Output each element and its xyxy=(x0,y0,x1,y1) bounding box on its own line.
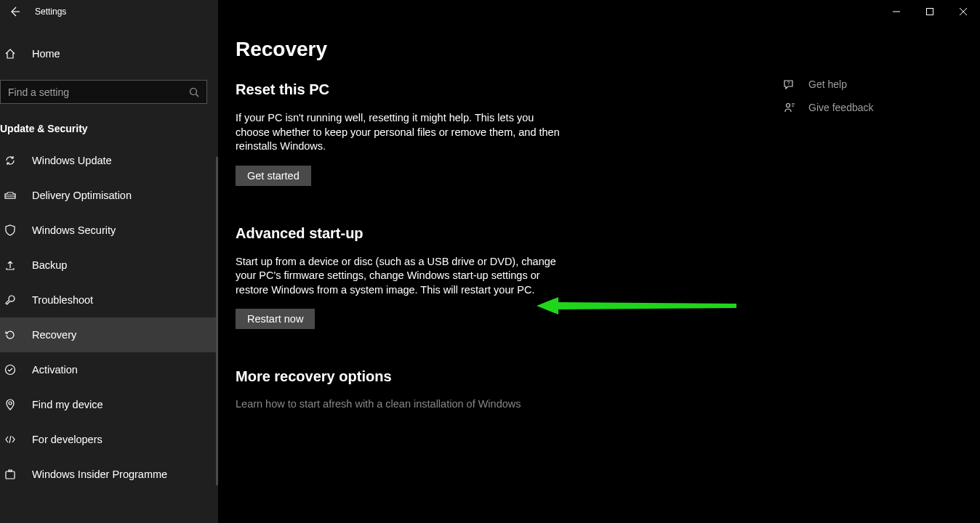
home-nav[interactable]: Home xyxy=(0,38,218,70)
svg-rect-0 xyxy=(927,9,933,15)
sync-icon xyxy=(3,155,17,166)
get-help-link[interactable]: ? Get help xyxy=(784,73,951,96)
sidebar-item-find-my-device[interactable]: Find my device xyxy=(0,387,218,422)
sidebar-item-label: Windows Insider Programme xyxy=(32,469,167,480)
shield-icon xyxy=(3,224,17,236)
close-button[interactable] xyxy=(947,0,980,23)
sidebar-item-troubleshoot[interactable]: Troubleshoot xyxy=(0,283,218,317)
sidebar-item-label: Windows Update xyxy=(32,155,112,166)
minimize-button[interactable] xyxy=(880,0,913,23)
sidebar-item-label: Delivery Optimisation xyxy=(32,190,132,201)
reset-body: If your PC isn't running well, resetting… xyxy=(236,111,563,154)
sidebar-item-activation[interactable]: Activation xyxy=(0,352,218,387)
search-icon xyxy=(189,87,199,97)
home-icon xyxy=(3,48,17,60)
sidebar-item-label: Windows Security xyxy=(32,224,116,236)
insider-icon xyxy=(3,469,17,480)
window-title: Settings xyxy=(35,7,66,17)
back-button[interactable] xyxy=(6,3,23,20)
svg-point-4 xyxy=(9,402,12,405)
svg-text:?: ? xyxy=(787,81,790,86)
get-started-button[interactable]: Get started xyxy=(236,166,311,186)
advanced-body: Start up from a device or disc (such as … xyxy=(236,255,563,298)
backup-icon xyxy=(3,259,17,271)
sidebar-nav-list: Windows Update Delivery Optimisation Win… xyxy=(0,143,218,492)
check-circle-icon xyxy=(3,364,17,376)
sidebar-item-label: Activation xyxy=(32,364,78,376)
feedback-label: Give feedback xyxy=(808,102,874,113)
advanced-heading: Advanced start-up xyxy=(236,225,643,242)
sidebar-item-backup[interactable]: Backup xyxy=(0,248,218,283)
sidebar-item-windows-insider[interactable]: Windows Insider Programme xyxy=(0,457,218,492)
sidebar-item-label: For developers xyxy=(32,434,103,445)
svg-point-1 xyxy=(190,88,197,94)
sidebar-item-windows-update[interactable]: Windows Update xyxy=(0,143,218,178)
sidebar-item-windows-security[interactable]: Windows Security xyxy=(0,213,218,248)
sidebar-item-recovery[interactable]: Recovery xyxy=(0,317,218,352)
main-content: Recovery Reset this PC If your PC isn't … xyxy=(218,0,980,523)
maximize-button[interactable] xyxy=(913,0,947,23)
recovery-icon xyxy=(3,329,17,341)
sidebar-item-label: Backup xyxy=(32,259,67,271)
delivery-icon xyxy=(3,190,17,201)
give-feedback-link[interactable]: Give feedback xyxy=(784,96,951,119)
titlebar: Settings xyxy=(0,0,980,23)
svg-point-3 xyxy=(6,365,15,375)
more-heading: More recovery options xyxy=(236,368,643,385)
help-label: Get help xyxy=(808,78,847,90)
reset-heading: Reset this PC xyxy=(236,81,643,98)
sidebar-item-delivery-optimisation[interactable]: Delivery Optimisation xyxy=(0,178,218,213)
feedback-icon xyxy=(784,102,797,113)
search-box[interactable] xyxy=(0,80,207,104)
wrench-icon xyxy=(3,294,17,306)
sidebar-section-header: Update & Security xyxy=(0,104,218,143)
sidebar-item-label: Troubleshoot xyxy=(32,294,93,306)
svg-point-7 xyxy=(787,104,790,108)
sidebar-item-for-developers[interactable]: For developers xyxy=(0,422,218,457)
help-icon: ? xyxy=(784,78,797,90)
more-recovery-link[interactable]: Learn how to start afresh with a clean i… xyxy=(236,398,643,410)
restart-now-button[interactable]: Restart now xyxy=(236,309,315,329)
home-label: Home xyxy=(32,48,60,60)
sidebar-item-label: Recovery xyxy=(32,329,76,341)
svg-rect-5 xyxy=(6,471,15,479)
help-column: ? Get help Give feedback xyxy=(784,73,951,119)
sidebar-item-label: Find my device xyxy=(32,399,103,410)
sidebar: Home Update & Security Windows Update De… xyxy=(0,0,218,523)
page-title: Recovery xyxy=(236,38,980,61)
developer-icon xyxy=(3,434,17,445)
location-icon xyxy=(3,399,17,410)
search-input[interactable] xyxy=(8,86,182,98)
